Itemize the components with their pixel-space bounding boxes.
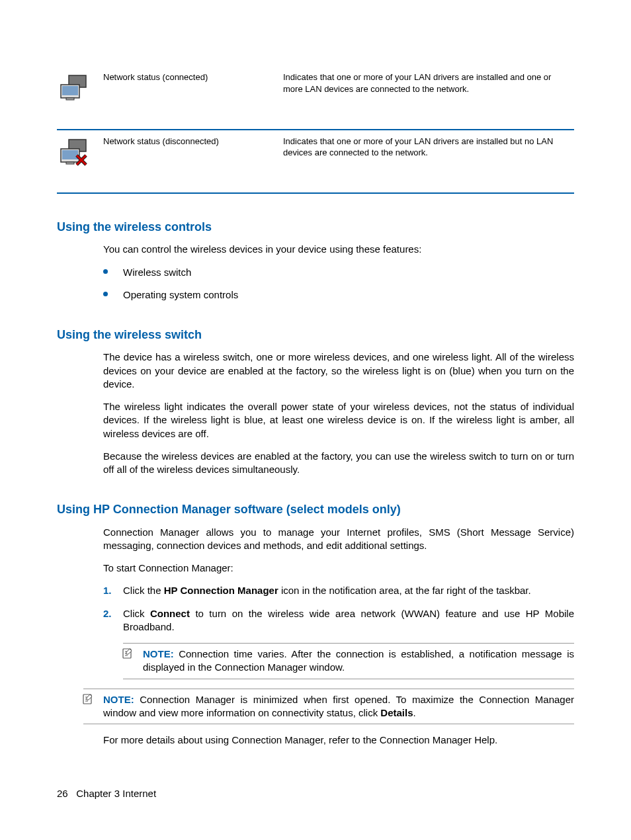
body-paragraph: For more details about using Connection … — [103, 734, 574, 747]
heading-hp-connection-manager: Using HP Connection Manager software (se… — [57, 501, 574, 517]
svg-rect-2 — [62, 86, 78, 95]
body-paragraph: To start Connection Manager: — [103, 562, 574, 575]
svg-rect-6 — [62, 150, 78, 159]
step-text: icon in the notification area, at the fa… — [278, 585, 531, 596]
network-status-table: Network status (connected) Indicates tha… — [57, 66, 574, 194]
table-row: Network status (disconnected) Indicates … — [57, 130, 574, 194]
document-page: Network status (connected) Indicates tha… — [0, 0, 631, 840]
step-text: Click — [123, 608, 150, 619]
heading-wireless-controls: Using the wireless controls — [57, 219, 574, 235]
network-connected-icon — [57, 71, 103, 109]
svg-rect-7 — [66, 162, 74, 164]
note-box: NOTE: Connection time varies. After the … — [123, 643, 574, 679]
note-icon — [122, 648, 134, 663]
network-disconnected-icon — [57, 136, 103, 173]
step-item: Click the HP Connection Manager icon in … — [103, 584, 574, 597]
ordered-steps: Click the HP Connection Manager icon in … — [103, 584, 574, 634]
step-bold: HP Connection Manager — [164, 585, 278, 596]
list-item: Wireless switch — [103, 266, 574, 279]
heading-wireless-switch: Using the wireless switch — [57, 327, 574, 343]
list-item: Operating system controls — [103, 288, 574, 302]
note-text: Connection time varies. After the connec… — [143, 648, 574, 673]
status-desc: Indicates that one or more of your LAN d… — [283, 130, 574, 194]
step-text: Click the — [123, 585, 164, 596]
page-footer: 26 Chapter 3 Internet — [57, 787, 156, 800]
step-item: Click Connect to turn on the wireless wi… — [103, 607, 574, 634]
note-box: NOTE: Connection Manager is minimized wh… — [83, 689, 574, 725]
status-desc: Indicates that one or more of your LAN d… — [283, 66, 574, 130]
body-paragraph: You can control the wireless devices in … — [103, 243, 574, 256]
bullet-list: Wireless switch Operating system control… — [103, 266, 574, 302]
body-paragraph: Connection Manager allows you to manage … — [103, 526, 574, 553]
svg-rect-3 — [66, 98, 74, 100]
body-paragraph: The device has a wireless switch, one or… — [103, 351, 574, 391]
chapter-label: Chapter 3 Internet — [76, 788, 156, 799]
body-paragraph: Because the wireless devices are enabled… — [103, 450, 574, 477]
note-bold: Details — [380, 707, 413, 718]
table-row: Network status (connected) Indicates tha… — [57, 66, 574, 130]
status-name: Network status (connected) — [103, 66, 283, 130]
body-paragraph: The wireless light indicates the overall… — [103, 400, 574, 441]
status-name: Network status (disconnected) — [103, 130, 283, 194]
step-text: to turn on the wireless wide area networ… — [123, 608, 574, 632]
note-icon — [82, 693, 94, 708]
page-number: 26 — [57, 788, 68, 799]
note-label: NOTE: — [143, 648, 174, 659]
step-bold: Connect — [150, 608, 190, 619]
note-text: Connection Manager is minimized when fir… — [103, 694, 574, 718]
note-text: . — [413, 707, 416, 718]
note-label: NOTE: — [103, 694, 134, 705]
